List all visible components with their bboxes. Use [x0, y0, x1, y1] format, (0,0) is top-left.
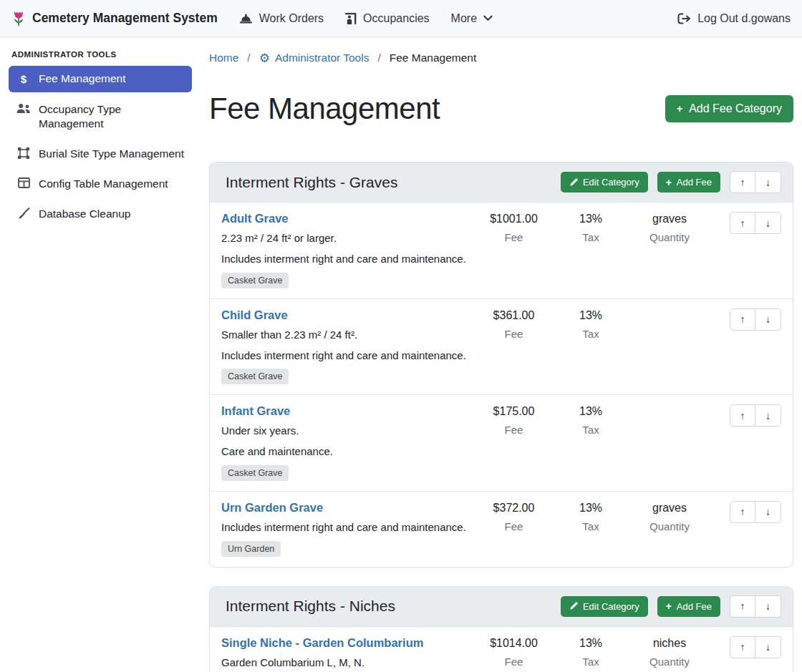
edit-category-button[interactable]: Edit Category: [561, 596, 648, 617]
fee-category-card: Interment Rights - Niches Edit Category …: [209, 586, 793, 672]
tax-label: Tax: [555, 656, 627, 668]
quantity-column: [627, 404, 712, 411]
tax-value: 13%: [555, 405, 627, 418]
tax-column: 13% Tax: [555, 212, 627, 243]
fee-row: Child Grave Smaller than 2.23 m² / 24 ft…: [210, 298, 793, 395]
add-fee-button[interactable]: + Add Fee: [657, 172, 720, 193]
sidebar-heading: ADMINISTRATOR TOOLS: [0, 43, 200, 66]
fee-amount: $361.00: [473, 309, 555, 322]
breadcrumb-current: Fee Management: [390, 52, 477, 64]
arrow-up-icon: ↑: [740, 410, 745, 422]
arrow-up-icon: ↑: [740, 641, 745, 653]
category-title: Interment Rights - Graves: [221, 174, 561, 191]
sidebar-item-config-table-management[interactable]: Config Table Management: [9, 171, 192, 197]
arrow-up-icon: ↑: [740, 313, 745, 325]
sidebar-item-fee-management[interactable]: $ Fee Management: [9, 66, 192, 92]
nav-item-more[interactable]: More: [451, 12, 493, 25]
fee-row: Adult Grave 2.23 m² / 24 ft² or larger.I…: [210, 203, 793, 298]
breadcrumb: Home / ⚙ Administrator Tools / Fee Manag…: [209, 46, 793, 66]
category-move-up-button[interactable]: ↑: [730, 171, 755, 193]
quantity-value: graves: [627, 502, 712, 515]
fee-move-up-button[interactable]: ↑: [730, 308, 755, 331]
nav-item-work-orders[interactable]: Work Orders: [239, 12, 324, 25]
quantity-label: Quantity: [627, 520, 712, 532]
fee-category-card: Interment Rights - Graves Edit Category …: [209, 162, 793, 567]
fee-description: Under six years.: [221, 423, 467, 439]
nav-label-more: More: [451, 12, 477, 25]
fee-move-up-button[interactable]: ↑: [730, 636, 755, 658]
category-move-down-button[interactable]: ↓: [755, 171, 781, 193]
fee-categories: Interment Rights - Graves Edit Category …: [209, 162, 793, 672]
edit-category-label: Edit Category: [583, 177, 639, 188]
fee-move-up-button[interactable]: ↑: [730, 404, 755, 427]
plus-icon: +: [677, 104, 682, 114]
fee-description: Includes interment right and care and ma…: [221, 251, 467, 267]
fee-actions: ↑ ↓: [712, 308, 781, 331]
add-fee-category-button[interactable]: + Add Fee Category: [665, 95, 793, 122]
fee-move-down-button[interactable]: ↓: [755, 636, 781, 658]
fee-name-link[interactable]: Child Grave: [221, 308, 288, 322]
fee-reorder-group: ↑ ↓: [730, 212, 781, 234]
fee-amount: $1001.00: [473, 213, 555, 225]
fee-rows: Adult Grave 2.23 m² / 24 ft² or larger.I…: [210, 203, 793, 566]
fee-actions: ↑ ↓: [712, 636, 781, 658]
fee-move-down-button[interactable]: ↓: [755, 212, 781, 234]
person-booth-icon: [345, 13, 357, 24]
tax-column: 13% Tax: [555, 308, 627, 340]
sidebar-item-label: Occupancy Type Management: [39, 102, 185, 131]
fee-name-link[interactable]: Infant Grave: [221, 404, 290, 418]
fee-label: Fee: [473, 520, 555, 532]
breadcrumb-separator: /: [377, 52, 380, 64]
fee-actions: ↑ ↓: [712, 501, 781, 523]
arrow-down-icon: ↓: [765, 218, 770, 229]
logout-button[interactable]: Log Out d.gowans: [677, 12, 791, 25]
fee-column: $361.00 Fee: [473, 308, 555, 340]
fee-actions: ↑ ↓: [712, 212, 781, 234]
fee-name-link[interactable]: Single Niche - Garden Columbarium: [221, 636, 423, 650]
fee-amount: $175.00: [473, 405, 555, 418]
fee-label: Fee: [473, 424, 555, 436]
main-content: Home / ⚙ Administrator Tools / Fee Manag…: [200, 37, 802, 672]
sidebar-item-database-cleanup[interactable]: Database Cleanup: [9, 201, 192, 227]
fee-descriptions: Garden Columbarium L, M, N.: [221, 655, 467, 671]
fee-rows: Single Niche - Garden Columbarium Garden…: [210, 627, 793, 672]
page-title: Fee Management: [209, 92, 440, 126]
add-fee-button[interactable]: + Add Fee: [657, 596, 720, 617]
vector-square-icon: [16, 147, 32, 159]
fee-column: $1014.00 Fee: [473, 636, 555, 668]
sign-out-icon: [677, 13, 691, 24]
tax-label: Tax: [555, 520, 627, 532]
brand-link[interactable]: Cemetery Management System: [11, 10, 218, 27]
fee-move-down-button[interactable]: ↓: [755, 501, 781, 523]
fee-description: Care and maintenance.: [221, 444, 467, 459]
arrow-down-icon: ↓: [765, 600, 770, 612]
fee-move-up-button[interactable]: ↑: [730, 212, 755, 234]
quantity-column: graves Quantity: [627, 501, 712, 532]
tax-label: Tax: [555, 328, 627, 340]
chevron-down-icon: [483, 15, 493, 21]
edit-category-button[interactable]: Edit Category: [561, 172, 648, 193]
fee-info: Child Grave Smaller than 2.23 m² / 24 ft…: [221, 308, 473, 385]
fee-type-badge: Casket Grave: [221, 465, 289, 481]
fee-type-badge: Urn Garden: [221, 541, 281, 557]
sidebar-item-occupancy-type-management[interactable]: Occupancy Type Management: [9, 97, 192, 137]
category-move-down-button[interactable]: ↓: [755, 595, 781, 618]
fee-move-down-button[interactable]: ↓: [755, 308, 781, 331]
breadcrumb-admin-tools-link[interactable]: Administrator Tools: [275, 52, 369, 64]
fee-move-up-button[interactable]: ↑: [730, 501, 755, 523]
category-move-up-button[interactable]: ↑: [730, 595, 755, 618]
fee-name-link[interactable]: Urn Garden Grave: [221, 501, 323, 515]
fee-column: $175.00 Fee: [473, 404, 555, 436]
arrow-down-icon: ↓: [765, 410, 770, 422]
breadcrumb-home-link[interactable]: Home: [209, 52, 238, 64]
fee-descriptions: Includes interment right and care and ma…: [221, 520, 467, 535]
category-header: Interment Rights - Niches Edit Category …: [210, 587, 793, 627]
top-navbar: Cemetery Management System Work Orders: [0, 0, 802, 37]
fee-descriptions: 2.23 m² / 24 ft² or larger.Includes inte…: [221, 230, 467, 267]
fee-row: Infant Grave Under six years.Care and ma…: [210, 394, 793, 491]
fee-type-badge: Casket Grave: [221, 369, 289, 384]
fee-name-link[interactable]: Adult Grave: [221, 212, 289, 225]
sidebar-item-burial-site-type-management[interactable]: Burial Site Type Management: [9, 141, 192, 167]
fee-move-down-button[interactable]: ↓: [755, 404, 781, 427]
nav-item-occupancies[interactable]: Occupancies: [345, 12, 430, 25]
